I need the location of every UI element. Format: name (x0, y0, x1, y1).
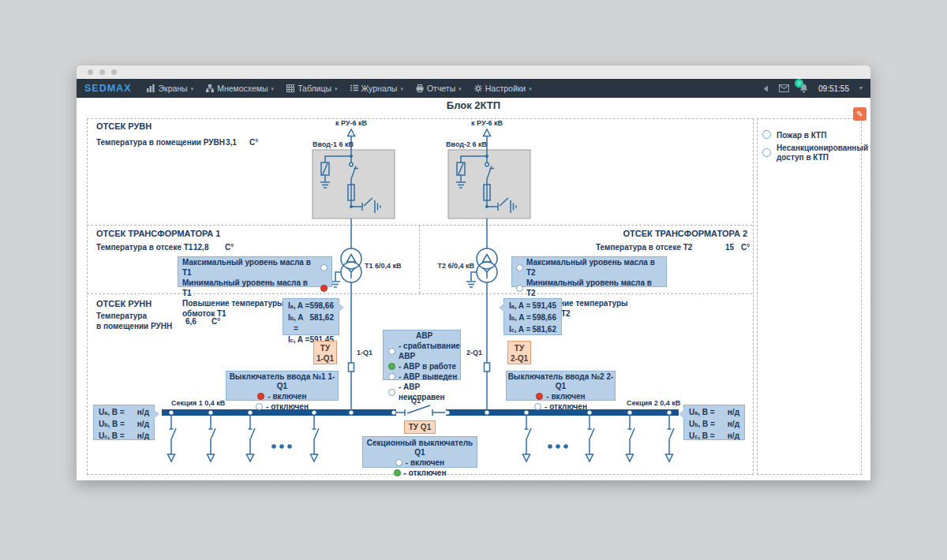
t1-temp-unit: С° (225, 243, 234, 252)
to-bus-label-1: к РУ-6 кВ (328, 119, 375, 127)
fire-alarm-label: Пожар в КТП (777, 131, 826, 140)
t2-alarm-box: Максимальный уровень масла в Т2 Минималь… (511, 256, 667, 287)
feeder[interactable] (168, 416, 177, 461)
runn-temp-label-1: Температура (96, 312, 147, 320)
currents-box-2: Ia, A =591,45 Ib, A =598,66 Ic, A =581,6… (503, 298, 562, 335)
section2-bus-label: Секция 2 0,4 кВ (627, 399, 680, 407)
cb1-on-led (257, 393, 264, 400)
feeder[interactable] (247, 416, 256, 461)
user-chevron-icon[interactable]: ▾ (859, 85, 863, 91)
edit-mimic-button[interactable]: ✎ (853, 107, 867, 121)
avr-trip-led (388, 348, 395, 355)
t1-temp-value: 12,8 (193, 243, 208, 252)
bar-chart-icon (147, 84, 155, 92)
tu-2q1-button[interactable]: ТУ2-Q1 (507, 341, 531, 364)
cb1-off-led (256, 403, 263, 410)
mail-icon[interactable] (779, 84, 789, 92)
t2-max-oil-led (516, 264, 523, 271)
t1-temp-label: Температура в отсеке Т1 (96, 243, 193, 252)
chevron-down-icon: ▾ (271, 86, 275, 91)
runn-temp-value: 6,6 (185, 317, 197, 326)
runn-temp-label-2: в помещении РУНН (96, 322, 172, 330)
feeder[interactable] (627, 416, 635, 461)
list-icon (350, 84, 358, 92)
menu-reports[interactable]: Отчеты ▾ (416, 84, 462, 93)
notifications-bell[interactable]: 0 (799, 84, 808, 93)
window-dot-1[interactable] (88, 69, 93, 75)
mimic-canvas: Блок 2КТП ✎ (77, 98, 870, 480)
t2-temp-value: 15 (725, 243, 734, 252)
top-navbar: SEDMAX Экраны ▾ Мнемосхемы ▾ Таблицы ▾ Ж… (77, 79, 870, 98)
tie-breaker-q1[interactable] (396, 405, 446, 416)
runn-temp-unit: С° (211, 317, 220, 326)
t2-temp-label: Температура в отсеке Т2 (596, 243, 692, 252)
input-breaker-1-box: Выключатель ввода №1 1-Q1 - включен - от… (226, 371, 339, 401)
t2-temp-unit: С° (741, 243, 750, 252)
clock: 09:51:55 (818, 84, 849, 93)
sedmax-logo[interactable]: SEDMAX (84, 83, 131, 94)
tie-off-led (394, 469, 401, 476)
voltage-box-2: Ua, В =н/д Ub, В =н/д Uc, В =н/д (683, 405, 745, 440)
edit-icon: ✎ (856, 110, 863, 118)
chevron-down-icon: ▾ (529, 86, 532, 91)
feeder[interactable] (586, 416, 595, 461)
callout-arrow (154, 409, 159, 419)
avr-fault-led (388, 389, 395, 396)
chevron-down-icon: ▾ (400, 86, 403, 91)
t1-alarm-box: Максимальный уровень масла в Т1 Минималь… (178, 256, 332, 287)
breaker-1q1-tag: 1-Q1 (357, 349, 372, 357)
callout-arrow (339, 303, 344, 312)
t2-min-oil-led (516, 285, 523, 292)
avr-active-led (388, 363, 395, 370)
callout-arrow (499, 303, 504, 312)
input-breaker-2-box: Выключатель ввода №2 2-Q1 - включен - от… (506, 371, 616, 401)
intrusion-alarm-led (762, 148, 771, 157)
avr-disabled-led (388, 373, 395, 380)
ruvn-temp-unit: С° (249, 138, 258, 147)
t1-transformer-label: Т1 6/0,4 кВ (365, 262, 402, 270)
ruvn-temp-label: Температура в помещении РУВН (96, 138, 225, 147)
menu-journals[interactable]: Журналы ▾ (350, 84, 403, 93)
feeder[interactable] (666, 416, 675, 461)
currents-box-1: Ia, A =598,66 Ib, A =581,62 Ic, A =591,4… (283, 298, 339, 335)
to-bus-label-2: к РУ-6 кВ (463, 119, 511, 127)
breaker-2q1-tag: 2-Q1 (466, 349, 482, 357)
input1-label: Ввод-1 6 кВ (313, 140, 354, 148)
menu-screens[interactable]: Экраны ▾ (147, 84, 193, 93)
chevron-down-icon: ▾ (191, 86, 194, 91)
window-dot-2[interactable] (99, 69, 105, 75)
fire-alarm-led (762, 130, 771, 139)
printer-icon (416, 84, 424, 92)
tu-1q1-button[interactable]: ТУ1-Q1 (313, 341, 337, 364)
window-titlebar (77, 65, 870, 79)
avr-status-box: АВР - срабатывание АВР - АВР в работе - … (383, 330, 461, 380)
voltage-box-1: Ua, В =н/д Ub, В =н/д Uc, В =н/д (93, 405, 155, 440)
t2-transformer-label: Т2 6/0,4 кВ (425, 262, 474, 270)
collapse-left-icon[interactable] (762, 85, 769, 92)
chevron-down-icon: ▾ (335, 86, 338, 91)
t1-min-oil-led (320, 285, 328, 292)
tie-breaker-box: Секционный выключатель Q1 - включен - от… (362, 436, 477, 468)
q1-tag: Q1 (411, 397, 421, 405)
callout-arrow (679, 409, 684, 419)
app-window: SEDMAX Экраны ▾ Мнемосхемы ▾ Таблицы ▾ Ж… (77, 65, 870, 480)
feeder[interactable] (523, 416, 532, 461)
avr-title: АВР (388, 331, 460, 341)
section-t2-header: ОТСЕК ТРАНСФОРМАТОРА 2 (613, 229, 747, 238)
gears-icon (474, 84, 482, 92)
intrusion-alarm-label: Несанкционированный доступ в КТП (777, 144, 863, 162)
tie-on-led (395, 459, 402, 466)
menu-settings[interactable]: Настройки ▾ (474, 84, 532, 93)
tu-q1-button[interactable]: ТУ Q1 (404, 420, 436, 434)
feeder[interactable] (208, 416, 216, 461)
feeder[interactable] (311, 416, 320, 461)
cb2-off-led (534, 403, 541, 410)
window-dot-3[interactable] (111, 69, 117, 75)
menu-tables[interactable]: Таблицы ▾ (286, 84, 337, 93)
section-ruvn-header: ОТСЕК РУВН (96, 121, 152, 131)
table-icon (286, 84, 294, 92)
t1-max-oil-led (320, 264, 328, 271)
section-t1-header: ОТСЕК ТРАНСФОРМАТОРА 1 (96, 229, 220, 238)
menu-mimics[interactable]: Мнемосхемы ▾ (206, 84, 274, 93)
section1-bus-label: Секция 1 0,4 кВ (171, 399, 225, 407)
